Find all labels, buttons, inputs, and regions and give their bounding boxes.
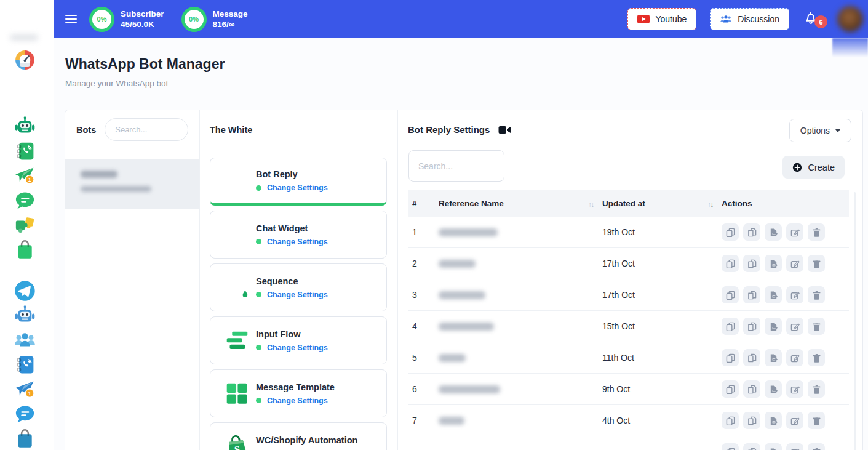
clone-button[interactable] [743, 255, 760, 272]
edit-button[interactable] [786, 223, 803, 241]
clone-button[interactable] [743, 412, 760, 429]
message-stat: 0% Message 816/∞ [181, 7, 248, 32]
export-button[interactable] [765, 349, 782, 366]
sort-icon[interactable]: ↑↓ [589, 201, 594, 208]
discussion-button[interactable]: Discussion [710, 8, 789, 30]
row-updated-at: 11th Oct [599, 353, 718, 363]
delete-button[interactable] [808, 380, 825, 398]
change-settings-link[interactable]: Change Settings [267, 344, 328, 352]
notifications-bell-icon[interactable]: 6 [803, 10, 819, 28]
clone-button[interactable] [743, 349, 760, 366]
sidebar-integrations-puzzle-icon[interactable] [14, 214, 36, 236]
chat-widget-icon [223, 220, 251, 249]
edit-button[interactable] [786, 318, 803, 335]
copy-button[interactable] [722, 223, 739, 241]
delete-button[interactable] [808, 412, 825, 429]
clone-button[interactable] [743, 223, 760, 241]
sort-icon[interactable]: ↑↓ [708, 201, 714, 208]
change-settings-link[interactable]: Change Settings [267, 291, 328, 299]
export-button[interactable] [765, 255, 782, 272]
delete-button[interactable] [808, 318, 825, 335]
delete-button[interactable] [808, 286, 825, 303]
sidebar-telegram-bot-icon[interactable] [14, 304, 36, 327]
edit-icon [790, 416, 800, 425]
bot-list-item-selected[interactable] [65, 159, 199, 209]
sidebar-whatsapp-store-icon[interactable] [14, 238, 36, 261]
edit-button[interactable] [786, 286, 803, 303]
sidebar-dashboard-gauge-icon[interactable] [14, 49, 36, 71]
sidebar-whatsapp-icon[interactable] [14, 90, 36, 113]
clone-icon [747, 385, 757, 394]
edit-button[interactable] [786, 412, 803, 429]
copy-button[interactable] [722, 443, 739, 450]
column-header-updated-at[interactable]: Updated at ↑↓ [599, 199, 718, 208]
app-window: 0% Subscriber 45/50.0K 0% Message 816/∞ … [0, 0, 868, 450]
copy-button[interactable] [722, 380, 739, 398]
sidebar-telegram-store-icon[interactable] [14, 427, 36, 450]
delete-button[interactable] [808, 255, 825, 272]
delete-button[interactable] [808, 223, 825, 241]
card-title: Chat Widget [256, 223, 328, 233]
sidebar-whatsapp-bot-icon[interactable] [14, 115, 36, 138]
column-header-num[interactable]: # [408, 199, 435, 208]
copy-button[interactable] [722, 318, 739, 335]
edit-button[interactable] [786, 349, 803, 366]
video-camera-icon[interactable] [498, 125, 511, 135]
bots-search-input[interactable] [105, 118, 188, 141]
sidebar-telegram-group-icon[interactable] [14, 329, 36, 352]
table-scrollbar[interactable] [854, 192, 856, 450]
row-updated-at: 19th Oct [599, 227, 718, 237]
clone-button[interactable] [743, 443, 760, 450]
change-settings-link[interactable]: Change Settings [267, 183, 328, 192]
card-chat-widget[interactable]: Chat Widget Change Settings [210, 211, 387, 259]
sidebar-telegram-broadcast-icon[interactable] [14, 378, 36, 401]
card-bot-reply[interactable]: Bot Reply Change Settings [210, 158, 387, 206]
sidebar-whatsapp-contacts-icon[interactable] [14, 140, 36, 163]
card-title: Bot Reply [256, 169, 328, 179]
delete-button[interactable] [808, 349, 825, 366]
row-updated-at: 17th Oct [599, 259, 718, 268]
create-button[interactable]: Create [782, 156, 845, 179]
copy-button[interactable] [722, 349, 739, 366]
edit-button[interactable] [786, 443, 803, 450]
row-number: 5 [408, 353, 435, 363]
column-header-reference-name[interactable]: Reference Name ↑↓ [435, 199, 599, 208]
copy-button[interactable] [722, 255, 739, 272]
export-button[interactable] [765, 318, 782, 335]
clone-button[interactable] [743, 318, 760, 335]
clone-icon [747, 322, 757, 331]
change-settings-link[interactable]: Change Settings [267, 238, 328, 246]
avatar[interactable] [837, 6, 863, 32]
copy-button[interactable] [722, 412, 739, 429]
menu-toggle-icon[interactable] [65, 15, 77, 23]
card-input-flow[interactable]: Input Flow Change Settings [210, 316, 387, 364]
reply-search-input[interactable] [408, 150, 504, 182]
sidebar-telegram-contacts-icon[interactable] [14, 353, 36, 376]
sidebar-telegram-icon[interactable] [14, 279, 36, 302]
export-button[interactable] [765, 286, 782, 303]
sidebar-whatsapp-chat-icon[interactable] [14, 189, 36, 212]
options-dropdown-button[interactable]: Options [789, 119, 851, 142]
change-settings-link[interactable]: Change Settings [267, 396, 328, 405]
card-message-template[interactable]: Message Template Change Settings [210, 369, 387, 417]
card-sequence[interactable]: Sequence Change Settings [210, 263, 387, 311]
export-button[interactable] [765, 412, 782, 429]
card-wc-shopify-automation[interactable]: WC/Shopify Automation Change Settings [210, 422, 387, 450]
card-title: Sequence [256, 276, 328, 286]
clone-button[interactable] [743, 286, 760, 303]
sidebar-telegram-chat-icon[interactable] [14, 403, 36, 425]
export-button[interactable] [765, 443, 782, 450]
clone-button[interactable] [743, 380, 760, 398]
status-dot [256, 239, 261, 244]
sidebar-whatsapp-broadcast-icon[interactable] [14, 164, 36, 187]
copy-button[interactable] [722, 286, 739, 303]
card-title: Input Flow [256, 329, 328, 339]
bot-phone-blurred [81, 186, 151, 192]
youtube-button[interactable]: Youtube [627, 8, 696, 30]
row-updated-at: 15th Oct [599, 321, 718, 331]
export-button[interactable] [765, 380, 782, 398]
edit-button[interactable] [786, 380, 803, 398]
export-button[interactable] [765, 223, 782, 241]
edit-button[interactable] [786, 255, 803, 272]
delete-button[interactable] [808, 443, 825, 450]
